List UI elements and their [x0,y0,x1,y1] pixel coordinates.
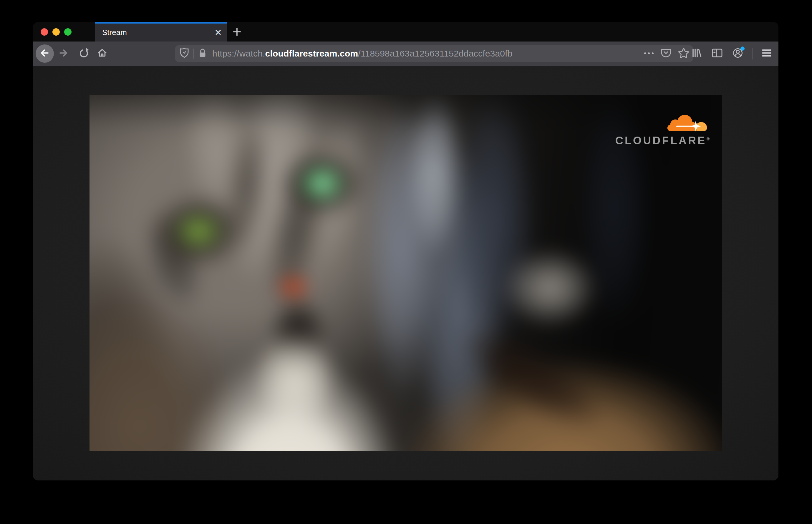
art-blob [502,248,599,328]
back-arrow-icon [39,47,51,60]
video-player[interactable]: CLOUDFLARE® [90,95,722,451]
toolbar-divider [752,48,752,60]
tracking-protection-shield-icon[interactable] [179,47,189,60]
notification-dot [741,47,745,51]
tab-title: Stream [95,28,212,37]
hamburger-menu-icon [761,49,772,59]
url-path: /118598a163a125631152ddaccfe3a0fb [358,49,512,58]
new-tab-button[interactable]: + [230,25,243,38]
url-domain: cloudflarestream.com [265,49,358,58]
blurred-video-art-cat [90,95,722,451]
desktop-background: { "tab_strip": { "active_tab": { "title"… [0,0,812,524]
forward-arrow-icon [58,47,69,60]
cloudflare-cloud-icon [662,110,709,133]
home-icon [96,47,108,60]
trademark-glyph: ® [707,136,710,141]
address-bar-right-icons [644,47,693,60]
url-prefix: https://watch. [212,49,265,58]
tab-strip: Stream ✕ + [33,22,778,42]
address-bar-separator [193,49,194,59]
minimize-window-button[interactable] [52,28,60,36]
forward-button[interactable] [58,42,69,66]
sidebar-icon [711,48,723,60]
address-bar-left-icons [175,47,207,60]
page-content: CLOUDFLARE® [33,66,778,480]
bookmark-star-button[interactable] [678,47,689,60]
lock-icon[interactable] [198,48,207,60]
close-window-button[interactable] [40,28,48,36]
toolbar-right [690,42,778,66]
menu-button[interactable] [760,47,773,60]
cloudflare-logo: CLOUDFLARE® [615,110,710,147]
library-button[interactable] [690,47,703,60]
page-actions-button[interactable] [644,51,654,56]
cat-right-eye [298,164,346,203]
back-button[interactable] [36,45,54,63]
address-bar[interactable]: https://watch.cloudflarestream.com/11859… [175,45,693,62]
url-text: https://watch.cloudflarestream.com/11859… [212,49,513,59]
home-button[interactable] [96,42,108,66]
reload-button[interactable] [78,42,90,66]
pocket-save-button[interactable] [661,48,671,59]
tab-stream[interactable]: Stream ✕ [95,22,227,42]
tab-close-button[interactable]: ✕ [212,26,225,39]
browser-window: Stream ✕ + [33,22,778,480]
zoom-window-button[interactable] [64,28,71,36]
navigation-toolbar: https://watch.cloudflarestream.com/11859… [33,42,778,66]
sidebar-button[interactable] [711,47,724,60]
library-icon [691,47,702,60]
cat-left-eye [171,210,226,252]
window-controls [40,22,71,42]
account-button[interactable] [731,47,744,60]
cloudflare-wordmark: CLOUDFLARE® [615,134,710,147]
reload-icon [78,47,90,60]
